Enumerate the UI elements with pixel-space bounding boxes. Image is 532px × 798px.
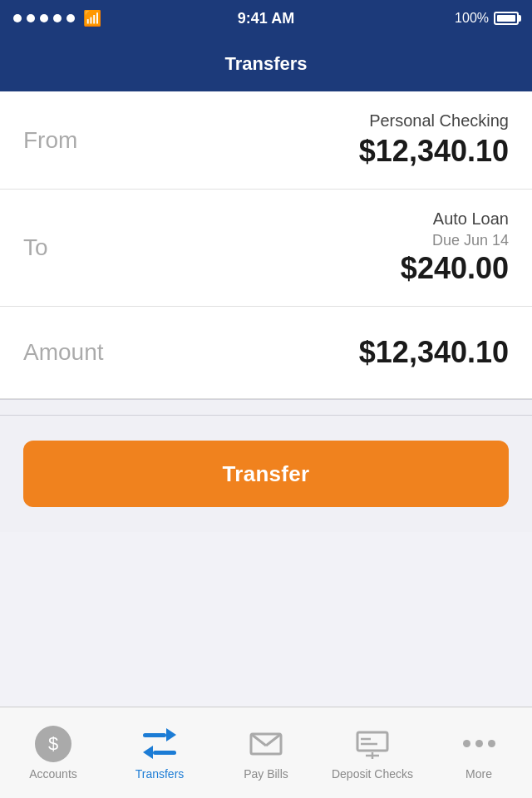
to-value: Auto Loan Due Jun 14 $240.00 [401,209,509,286]
arrow-right-line [143,733,166,737]
to-row[interactable]: To Auto Loan Due Jun 14 $240.00 [0,190,532,307]
battery-percentage: 100% [455,11,489,26]
main-content: From Personal Checking $12,340.10 To Aut… [0,91,532,399]
signal-dot-3 [40,14,48,22]
battery-area: 100% [455,11,519,26]
svg-line-2 [266,734,281,746]
nav-item-depositchecks[interactable]: Deposit Checks [319,726,426,781]
dot-2 [475,740,483,747]
accounts-label: Accounts [29,767,77,781]
more-dots-icon [463,740,495,747]
battery-icon [494,12,519,25]
nav-item-paybills[interactable]: Pay Bills [213,726,319,781]
paybills-icon [245,726,287,762]
to-label: To [23,234,48,261]
nav-item-transfers[interactable]: Transfers [106,726,213,781]
to-account-name: Auto Loan [401,209,509,229]
from-label: From [23,127,77,154]
nav-item-accounts[interactable]: $ Accounts [0,726,106,781]
to-amount: $240.00 [401,251,509,286]
accounts-icon: $ [32,726,74,762]
signal-dot-4 [53,14,62,22]
dot-3 [488,740,495,747]
amount-value: $12,340.10 [359,335,509,370]
svg-rect-3 [357,732,387,751]
paybills-label: Pay Bills [244,767,288,781]
depositchecks-icon [352,726,393,762]
transfers-arrows-icon [141,726,178,762]
from-row[interactable]: From Personal Checking $12,340.10 [0,91,532,190]
status-time: 9:41 AM [238,10,294,27]
wifi-icon: 📶 [83,9,101,27]
paybills-svg-icon [248,726,284,762]
svg-line-1 [251,734,266,746]
bottom-nav: $ Accounts Transfers [0,707,532,798]
transfers-label: Transfers [135,767,185,781]
separator [0,399,532,416]
amount-label: Amount [23,339,104,366]
depositchecks-label: Deposit Checks [332,767,413,781]
signal-dot-5 [66,14,75,22]
transfers-icon [139,726,180,762]
more-label: More [466,767,492,781]
from-value: Personal Checking $12,340.10 [359,111,509,169]
page-title: Transfers [224,53,307,75]
from-amount: $12,340.10 [359,134,509,169]
signal-area: 📶 [13,9,101,27]
more-icon [458,726,500,762]
page-header: Transfers [0,37,532,91]
arrow-right-head [166,728,176,741]
transfer-button[interactable]: Transfer [23,441,509,507]
arrow-right-row [143,728,176,741]
from-account-name: Personal Checking [359,111,509,131]
signal-dot-1 [13,14,22,22]
dot-1 [463,740,470,747]
nav-item-more[interactable]: More [426,726,532,781]
transfer-section: Transfer [0,416,532,532]
status-bar: 📶 9:41 AM 100% [0,0,532,37]
depositchecks-svg-icon [354,726,391,762]
arrow-left-head [143,746,153,759]
accounts-circle-icon: $ [35,726,71,762]
battery-fill [497,15,515,22]
signal-dot-2 [27,14,35,22]
amount-row[interactable]: Amount $12,340.10 [0,307,532,398]
to-due-date: Due Jun 14 [401,232,509,249]
arrow-left-line [153,751,176,755]
arrow-left-row [143,746,176,759]
